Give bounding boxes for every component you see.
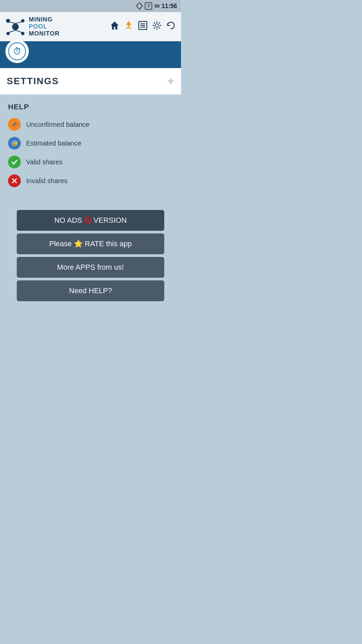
no-ads-version-label: VERSION: [94, 216, 127, 225]
refresh-icon[interactable]: [166, 21, 176, 33]
help-item-estimated: 🔐 Estimated balance: [8, 137, 173, 150]
action-buttons: NO ADS VERSION Please ⭐ RATE this app Mo…: [0, 203, 181, 308]
svg-point-17: [155, 24, 159, 27]
rate-button[interactable]: Please ⭐ RATE this app: [17, 233, 164, 254]
no-ads-label: NO ADS: [54, 216, 82, 225]
bottom-area: [0, 308, 181, 442]
svg-marker-10: [111, 21, 119, 30]
home-icon[interactable]: [110, 21, 119, 33]
help-section: HELP 💤 Unconfirmed balance 🔐 Estimated b…: [0, 95, 181, 203]
svg-text:🔐: 🔐: [13, 141, 18, 146]
invalid-icon: [8, 174, 21, 187]
add-button[interactable]: +: [167, 74, 174, 88]
logo-line-monitor: MONITOR: [29, 30, 60, 37]
nav-icons: [110, 20, 176, 33]
more-apps-button[interactable]: More APPS from us!: [17, 257, 164, 278]
help-item-invalid: Invalid shares: [8, 174, 173, 187]
no-ads-icon: [84, 217, 92, 224]
valid-label: Valid shares: [26, 158, 63, 166]
svg-rect-12: [126, 28, 131, 29]
rate-label-suffix: RATE this app: [85, 239, 132, 248]
help-title: HELP: [8, 103, 173, 111]
logo-text: MINING POOL MONITOR: [29, 16, 60, 37]
list-icon[interactable]: [138, 21, 147, 33]
svg-line-8: [9, 30, 15, 33]
coin-icon-wrapper: ⏱: [5, 40, 29, 63]
help-item-valid: Valid shares: [8, 156, 173, 168]
rate-label-please: Please: [49, 239, 72, 248]
settings-title: SETTINGS: [7, 76, 59, 87]
valid-icon: [8, 156, 21, 168]
logo-icon: [5, 17, 25, 37]
need-help-label: Need HELP?: [69, 286, 112, 295]
svg-text:💤: 💤: [12, 122, 18, 127]
app-header: MINING POOL MONITOR: [0, 12, 181, 41]
unconfirmed-icon: 💤: [8, 118, 21, 131]
status-icons: ? 99 11:56: [136, 2, 177, 10]
battery-level: 99: [154, 3, 160, 9]
question-icon: ?: [145, 2, 152, 10]
coin-letter: ⏱: [13, 46, 21, 57]
more-apps-label: More APPS from us!: [57, 263, 124, 272]
upload-icon[interactable]: [124, 20, 133, 33]
estimated-label: Estimated balance: [26, 140, 81, 147]
svg-point-1: [12, 23, 19, 30]
no-ads-button[interactable]: NO ADS VERSION: [17, 210, 164, 231]
coin-banner: ⏱: [0, 41, 181, 68]
svg-marker-0: [136, 3, 142, 9]
help-item-unconfirmed: 💤 Unconfirmed balance: [8, 118, 173, 131]
svg-line-7: [15, 22, 22, 23]
logo-line-pool: POOL: [29, 23, 60, 30]
status-time: 11:56: [162, 3, 177, 10]
gear-icon[interactable]: [152, 21, 162, 33]
star-icon: ⭐: [74, 239, 83, 248]
unconfirmed-label: Unconfirmed balance: [26, 121, 89, 128]
svg-line-6: [9, 22, 15, 23]
logo-area: MINING POOL MONITOR: [5, 16, 60, 37]
svg-marker-11: [126, 21, 131, 27]
coin-icon-inner: ⏱: [8, 42, 26, 60]
invalid-label: Invalid shares: [26, 177, 67, 185]
svg-line-9: [15, 30, 22, 33]
logo-line-mining: MINING: [29, 16, 60, 23]
settings-header: SETTINGS +: [0, 68, 181, 95]
status-bar: ? 99 11:56: [0, 0, 181, 12]
estimated-icon: 🔐: [8, 137, 21, 150]
signal-icon: [136, 2, 143, 10]
need-help-button[interactable]: Need HELP?: [17, 280, 164, 301]
